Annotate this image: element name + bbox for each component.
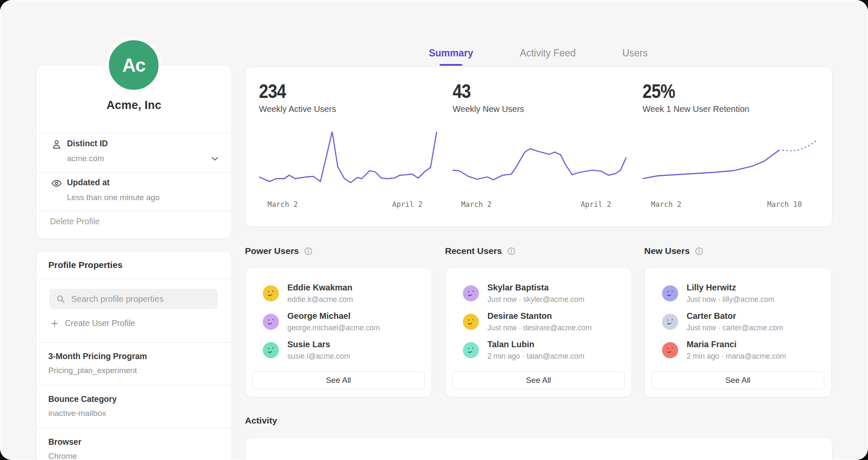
- company-avatar: Ac: [106, 37, 161, 93]
- list-title: Recent Users: [445, 246, 502, 256]
- distinct-id-row[interactable]: Distinct ID acme.com: [36, 133, 231, 172]
- user-row[interactable]: Desirae StantonJust now · desirare@acme.…: [445, 307, 632, 336]
- property-name: 3-Month Pricing Program: [48, 351, 220, 361]
- search-profile-properties[interactable]: [49, 289, 218, 309]
- search-input[interactable]: [70, 294, 208, 304]
- person-icon: [51, 139, 62, 150]
- user-row[interactable]: Maria Franci2 min ago · maria@acme.com: [645, 336, 831, 364]
- user-row[interactable]: Susie Larssusie.l@acme.com: [245, 336, 431, 364]
- property-name: Browser: [48, 437, 220, 447]
- power-users-card: Eddie Kwakmaneddie.k@acme.com George Mic…: [245, 268, 432, 397]
- user-name: George Michael: [287, 311, 380, 321]
- tab-activity-feed[interactable]: Activity Feed: [520, 47, 576, 66]
- user-name: Desirae Stanton: [487, 311, 592, 321]
- user-meta: george.michael@acme.com: [287, 323, 380, 332]
- property-value: inactive-mailbox: [48, 409, 220, 418]
- activity-stat: 940: [453, 457, 484, 460]
- app-window: Ac Acme, Inc Distinct ID acme.com Update…: [0, 0, 868, 460]
- user-meta: Just now · carter@acme.com: [687, 323, 783, 332]
- property-list: 3-Month Pricing Program Pricing_plan_exp…: [36, 342, 231, 460]
- see-all-button[interactable]: See All: [651, 371, 824, 389]
- property-name: Bounce Category: [48, 394, 220, 404]
- create-user-profile-button[interactable]: Create User Profile: [50, 318, 135, 328]
- activity-card: 234 940 3.4k: [245, 438, 832, 460]
- user-avatar: [463, 314, 479, 330]
- delete-profile-button[interactable]: Delete Profile: [50, 217, 100, 226]
- search-icon: [56, 294, 65, 304]
- updated-at-row: Updated at Less than one minute ago: [36, 172, 231, 211]
- chevron-down-icon[interactable]: [210, 154, 220, 163]
- activity-stat: 234: [259, 457, 290, 460]
- tab-summary[interactable]: Summary: [429, 47, 473, 66]
- user-row[interactable]: George Michaelgeorge.michael@acme.com: [245, 307, 431, 336]
- field-label: Updated at: [67, 178, 110, 187]
- plus-icon: [50, 319, 59, 328]
- property-value: Pricing_plan_experiment: [48, 366, 220, 375]
- create-user-profile-label: Create User Profile: [65, 318, 135, 328]
- x-tick: March 10: [767, 200, 802, 209]
- stat-label: Weekly Active Users: [259, 104, 336, 114]
- user-meta: 2 min ago · maria@acme.com: [687, 352, 786, 361]
- activity-stat: 3.4k: [643, 457, 679, 460]
- field-value: Less than one minute ago: [67, 193, 160, 202]
- x-tick: April 2: [581, 200, 611, 209]
- user-name: Skylar Baptista: [487, 283, 584, 293]
- retention-chart: [643, 129, 817, 197]
- user-avatar: [463, 285, 479, 301]
- user-name: Carter Bator: [687, 311, 783, 321]
- company-avatar-initials: Ac: [122, 55, 145, 76]
- user-name: Maria Franci: [687, 340, 786, 349]
- see-all-button[interactable]: See All: [252, 371, 425, 389]
- user-row[interactable]: Talan Lubin2 min ago · talan@acme.com: [445, 336, 632, 364]
- user-meta: Just now · desirare@acme.com: [487, 323, 592, 332]
- user-name: Lilly Herwitz: [687, 283, 774, 293]
- list-title: New Users: [644, 246, 690, 256]
- new-users-header: New Users: [644, 246, 704, 256]
- x-tick: March 2: [651, 200, 682, 209]
- weekly-active-users-chart: [259, 129, 438, 197]
- property-row[interactable]: Browser Chrome: [36, 428, 231, 460]
- property-row[interactable]: Bounce Category inactive-mailbox: [36, 385, 231, 428]
- x-tick: March 2: [267, 200, 298, 209]
- user-meta: 2 min ago · talan@acme.com: [487, 352, 584, 361]
- user-avatar: [463, 342, 479, 358]
- user-name: Susie Lars: [287, 340, 350, 349]
- user-row[interactable]: Carter BatorJust now · carter@acme.com: [645, 307, 831, 336]
- user-row[interactable]: Eddie Kwakmaneddie.k@acme.com: [245, 279, 431, 307]
- divider: [36, 279, 231, 279]
- property-row[interactable]: 3-Month Pricing Program Pricing_plan_exp…: [36, 342, 231, 385]
- x-tick: April 2: [392, 200, 423, 209]
- list-title: Power Users: [245, 246, 299, 256]
- info-icon[interactable]: [507, 247, 516, 256]
- field-label: Distinct ID: [67, 139, 108, 148]
- user-avatar: [662, 314, 678, 330]
- stat-value: 25%: [643, 80, 680, 103]
- user-avatar: [263, 285, 279, 301]
- stat-value: 43: [453, 80, 473, 103]
- see-all-button[interactable]: See All: [452, 371, 625, 389]
- power-users-header: Power Users: [245, 246, 313, 256]
- weekly-new-users-stat: 43 Weekly New Users March 2 April 2: [453, 67, 626, 226]
- profile-properties-title: Profile Properties: [48, 260, 122, 270]
- info-icon[interactable]: [304, 247, 313, 256]
- user-meta: Just now · skyler@acme.com: [487, 295, 584, 304]
- recent-users-card: Skylar BaptistaJust now · skyler@acme.co…: [445, 268, 632, 397]
- x-axis-labels: March 2 April 2: [267, 200, 423, 209]
- property-value: Chrome: [48, 452, 220, 460]
- weekly-new-users-chart: [453, 129, 626, 197]
- summary-card: 234 Weekly Active Users March 2 April 2 …: [245, 67, 832, 227]
- user-avatar: [662, 342, 678, 358]
- profile-properties-card: Profile Properties Create User Profile 3…: [36, 251, 232, 460]
- user-name: Talan Lubin: [487, 340, 584, 349]
- user-avatar: [263, 314, 279, 330]
- user-name: Eddie Kwakman: [287, 283, 353, 293]
- eye-icon: [51, 178, 62, 189]
- info-icon[interactable]: [695, 247, 704, 256]
- user-avatar: [263, 342, 279, 358]
- company-name: Acme, Inc: [36, 99, 231, 112]
- user-row[interactable]: Lilly HerwitzJust now · lilly@acme.com: [645, 279, 831, 307]
- user-row[interactable]: Skylar BaptistaJust now · skyler@acme.co…: [445, 279, 632, 307]
- stat-value: 234: [259, 80, 290, 103]
- tab-users[interactable]: Users: [622, 47, 648, 66]
- recent-users-header: Recent Users: [445, 246, 516, 256]
